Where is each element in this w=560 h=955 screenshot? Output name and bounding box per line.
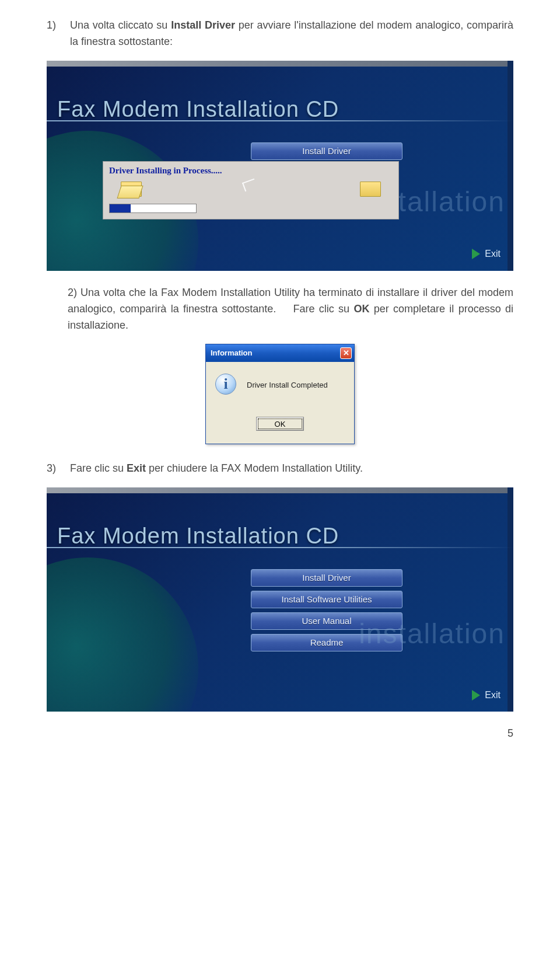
play-triangle-icon bbox=[472, 690, 480, 700]
info-icon: i bbox=[215, 374, 236, 395]
dialog-message: Driver Install Completed bbox=[247, 379, 328, 391]
decor-topbar bbox=[47, 61, 513, 67]
exit-label: Exit bbox=[485, 247, 501, 262]
folder-closed-icon bbox=[360, 182, 381, 197]
driver-installing-dialog: Driver Installing in Process..... bbox=[103, 161, 399, 219]
list-number: 3) bbox=[47, 461, 61, 477]
decor-underline bbox=[47, 120, 513, 121]
close-icon[interactable]: ✕ bbox=[340, 347, 352, 359]
install-driver-button[interactable]: Install Driver bbox=[251, 569, 402, 587]
decor-installation-word: installation bbox=[359, 612, 505, 656]
step-3-text: 3) Fare clic su Exit per chiudere la FAX… bbox=[47, 461, 513, 477]
exit-term: Exit bbox=[127, 462, 146, 474]
step-1-text: 1) Una volta cliccato su Install Driver … bbox=[47, 18, 513, 50]
folder-open-icon bbox=[121, 182, 142, 197]
cd-title: Fax Modem Installation CD bbox=[57, 92, 339, 127]
install-driver-term: Install Driver bbox=[171, 19, 235, 31]
paper-fly-icon bbox=[242, 179, 257, 192]
decor-topbar bbox=[47, 487, 513, 493]
page-number: 5 bbox=[47, 726, 513, 742]
exit-button[interactable]: Exit bbox=[472, 247, 501, 262]
decor-rightbar bbox=[508, 61, 513, 271]
ok-button[interactable]: OK bbox=[256, 417, 304, 431]
play-triangle-icon bbox=[472, 249, 480, 259]
install-software-utilities-button[interactable]: Install Software Utilities bbox=[251, 591, 402, 608]
installation-cd-screenshot-2: Fax Modem Installation CD Install Driver… bbox=[47, 487, 513, 712]
dialog-title: Information bbox=[211, 347, 253, 359]
decor-sphere bbox=[47, 557, 198, 712]
decor-underline bbox=[47, 547, 513, 548]
driver-install-completed-dialog: Information ✕ i Driver Install Completed… bbox=[205, 344, 355, 444]
ok-term: OK bbox=[354, 303, 369, 315]
exit-button[interactable]: Exit bbox=[472, 688, 501, 703]
install-driver-button[interactable]: Install Driver bbox=[251, 142, 402, 160]
progress-bar bbox=[109, 204, 197, 213]
installation-cd-screenshot-1: Fax Modem Installation CD Install Driver… bbox=[47, 61, 513, 271]
list-number: 1) bbox=[47, 18, 61, 50]
step-3-body: Fare clic su Exit per chiudere la FAX Mo… bbox=[70, 461, 363, 477]
dialog-titlebar: Information ✕ bbox=[206, 344, 354, 362]
cd-title: Fax Modem Installation CD bbox=[57, 519, 339, 553]
exit-label: Exit bbox=[485, 688, 501, 703]
step-1-body: Una volta cliccato su Install Driver per… bbox=[70, 18, 513, 50]
progress-title: Driver Installing in Process..... bbox=[109, 164, 222, 177]
step-2-text: 2) Una volta che la Fax Modem Installati… bbox=[47, 285, 513, 334]
decor-rightbar bbox=[508, 487, 513, 712]
dialog-body: i Driver Install Completed OK bbox=[206, 362, 354, 444]
